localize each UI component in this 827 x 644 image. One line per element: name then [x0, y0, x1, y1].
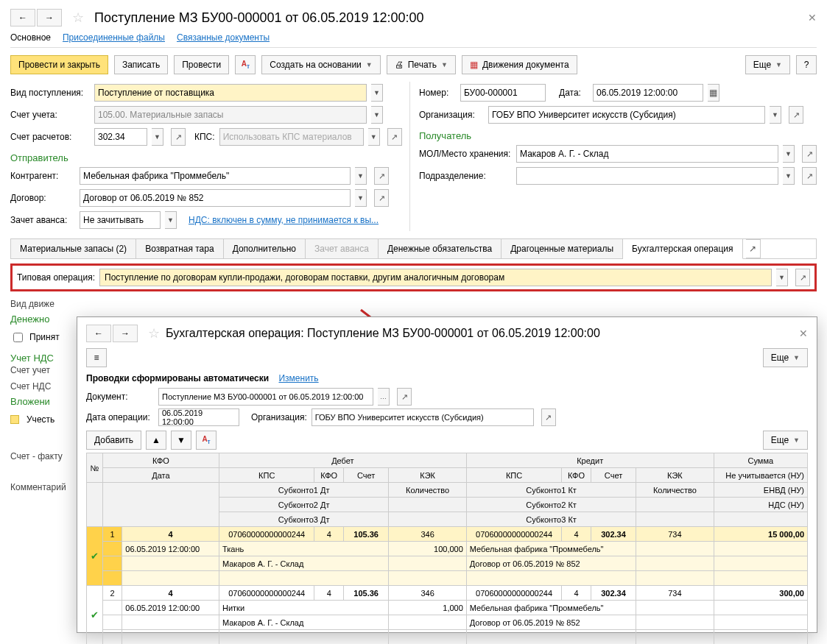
org-dd[interactable]: ▼: [770, 106, 781, 124]
incl-checkbox[interactable]: [10, 415, 19, 424]
account-dd[interactable]: ▼: [371, 106, 383, 124]
dept-field[interactable]: [516, 167, 778, 185]
tab-precious[interactable]: Драгоценные материалы: [502, 239, 623, 258]
post-close-button[interactable]: Провести и закрыть: [10, 55, 108, 74]
table-row[interactable]: ✔ 2 4 070600000000002444105.36346 070600…: [87, 586, 808, 601]
contract-open[interactable]: ↗: [374, 189, 389, 207]
number-field[interactable]: БУ00-000001: [460, 84, 546, 102]
tab-main[interactable]: Основное: [10, 32, 51, 43]
dk-button[interactable]: Ат: [196, 431, 217, 450]
tab-extra[interactable]: Дополнительно: [224, 239, 306, 258]
add-button[interactable]: Добавить: [86, 431, 141, 450]
back-button[interactable]: ←: [10, 9, 35, 26]
table-row[interactable]: 06.05.2019 12:00:00 Ткань100,000 Мебельн…: [87, 542, 808, 556]
table-row[interactable]: Макаров А. Г. - Склад Договор от 06.05.2…: [87, 615, 808, 630]
counterparty-dd[interactable]: ▼: [355, 167, 367, 185]
counterparty-label: Контрагент:: [10, 171, 75, 181]
tab-return[interactable]: Возвратная тара: [136, 239, 224, 258]
vat-link[interactable]: НДС: включен в сумму, не принимается к в…: [189, 215, 379, 225]
settle-acc-dd[interactable]: ▼: [152, 128, 163, 146]
sender-heading: Отправитель: [10, 148, 409, 165]
account-label: Счет учета:: [10, 110, 90, 120]
table-row[interactable]: Макаров А. Г. - Склад Договор от 06.05.2…: [87, 556, 808, 571]
dept-dd[interactable]: ▼: [783, 167, 795, 185]
tab-accounting[interactable]: Бухгалтерская операция: [623, 239, 742, 259]
kps-open[interactable]: ↗: [387, 128, 402, 146]
page-title: Поступление МЗ БУ00-000001 от 06.05.2019…: [94, 10, 423, 26]
table-more-button[interactable]: Еще▼: [763, 431, 808, 450]
contract-dd[interactable]: ▼: [355, 189, 367, 207]
accept-checkbox[interactable]: [13, 333, 23, 342]
kps-label: КПС:: [194, 132, 215, 142]
sub-forward-button[interactable]: →: [113, 325, 138, 342]
tabs-open[interactable]: ↗: [746, 239, 761, 258]
counterparty-field[interactable]: Мебельная фабрика "Проммебель": [80, 167, 351, 185]
auto-note: Проводки сформированы автоматически: [86, 373, 269, 383]
receipt-type-field[interactable]: Поступление от поставщика: [94, 84, 367, 102]
sub-org-label: Организация:: [251, 412, 307, 422]
table-row[interactable]: 06.05.2019 12:00:00 Нитки1,000 Мебельная…: [87, 601, 808, 615]
forward-button[interactable]: →: [37, 9, 62, 26]
movements-button[interactable]: ▦Движения документа: [462, 55, 577, 74]
close-icon[interactable]: ✕: [808, 12, 817, 24]
sub-doc-field[interactable]: Поступление МЗ БУ00-000001 от 06.05.2019…: [158, 388, 373, 406]
movement-type-label: Вид движе: [10, 299, 817, 309]
receipt-type-dd[interactable]: ▼: [371, 84, 383, 102]
create-based-button[interactable]: Создать на основании▼: [261, 55, 380, 74]
print-button[interactable]: 🖨Печать▼: [387, 55, 456, 74]
typical-op-dd[interactable]: ▼: [776, 269, 788, 286]
sub-title: Бухгалтерская операция: Поступление МЗ Б…: [166, 327, 600, 340]
sub-doc-open[interactable]: ↗: [397, 388, 412, 406]
kps-dd[interactable]: ▼: [368, 128, 380, 146]
save-button[interactable]: Записать: [114, 55, 168, 74]
move-up-button[interactable]: ▲: [146, 431, 166, 450]
sub-more-button[interactable]: Еще▼: [763, 348, 808, 367]
settle-acc-field[interactable]: 302.34: [94, 128, 147, 146]
mol-dd[interactable]: ▼: [783, 145, 795, 163]
help-button[interactable]: ?: [796, 55, 817, 74]
typical-op-open[interactable]: ↗: [795, 269, 810, 286]
mol-label: МОЛ/Место хранения:: [419, 149, 512, 159]
contract-field[interactable]: Договор от 06.05.2019 № 852: [80, 189, 351, 207]
org-field[interactable]: ГОБУ ВПО Университет искусств (Субсидия): [488, 106, 765, 124]
table-row[interactable]: [87, 630, 808, 645]
post-button[interactable]: Провести: [174, 55, 229, 74]
tab-files[interactable]: Присоединенные файлы: [63, 32, 165, 43]
sub-star-icon[interactable]: ☆: [148, 325, 160, 342]
sub-org-field[interactable]: ГОБУ ВПО Университет искусств (Субсидия): [312, 408, 534, 426]
more-button[interactable]: Еще▼: [745, 55, 790, 74]
counterparty-open[interactable]: ↗: [374, 167, 389, 185]
change-link[interactable]: Изменить: [278, 373, 318, 383]
postings-table[interactable]: № КФО Дебет Кредит Сумма Дата КПС КФО Сч…: [86, 453, 808, 644]
tab-cash[interactable]: Денежные обязательства: [379, 239, 502, 258]
tab-materials[interactable]: Материальные запасы (2): [11, 239, 136, 258]
table-row[interactable]: [87, 571, 808, 586]
table-row[interactable]: ✔ 1 4 070600000000002444105.36346 070600…: [87, 527, 808, 542]
sub-org-open[interactable]: ↗: [541, 408, 556, 426]
sub-back-button[interactable]: ←: [86, 325, 111, 342]
org-open[interactable]: ↗: [789, 106, 803, 124]
sub-menu-button[interactable]: ≡: [86, 348, 107, 367]
star-icon[interactable]: ☆: [72, 10, 84, 26]
advance-field[interactable]: Не зачитывать: [80, 211, 161, 229]
date-label: Дата:: [559, 88, 588, 98]
sub-close-icon[interactable]: ✕: [799, 328, 808, 339]
advance-dd[interactable]: ▼: [165, 211, 177, 229]
tab-linked[interactable]: Связанные документы: [177, 32, 270, 43]
typical-op-field[interactable]: Поступление по договорам купли-продажи, …: [99, 269, 772, 286]
sub-doc-ellip[interactable]: …: [378, 388, 390, 406]
date-field[interactable]: 06.05.2019 12:00:00: [593, 84, 703, 102]
move-down-button[interactable]: ▼: [171, 431, 191, 450]
dk-icon-button[interactable]: Ат: [235, 55, 256, 74]
mol-field[interactable]: Макаров А. Г. - Склад: [516, 145, 778, 163]
mol-open[interactable]: ↗: [802, 145, 817, 163]
settle-acc-label: Счет расчетов:: [10, 132, 90, 142]
kps-field[interactable]: Использовать КПС материалов: [219, 128, 364, 146]
typical-operation-row: Типовая операция: Поступление по договор…: [10, 263, 817, 291]
settle-acc-open[interactable]: ↗: [171, 128, 186, 146]
org-label: Организация:: [419, 110, 484, 120]
number-label: Номер:: [419, 88, 456, 98]
accept-label: Принят: [29, 332, 60, 342]
date-cal[interactable]: ▦: [708, 84, 719, 102]
dept-open[interactable]: ↗: [802, 167, 817, 185]
